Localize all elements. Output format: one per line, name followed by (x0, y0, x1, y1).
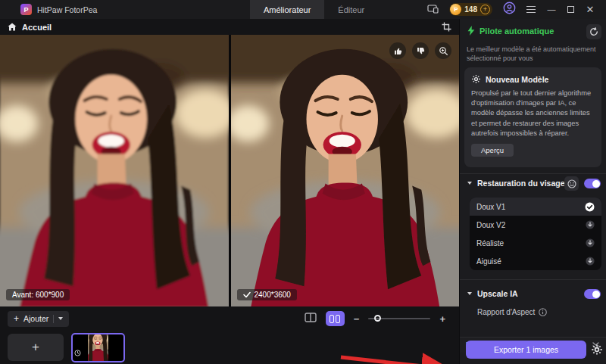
aspect-ratio-row: Rapport d'Aspect (477, 308, 547, 316)
info-icon[interactable] (539, 308, 547, 316)
before-image-panel[interactable]: Avant: 600*900 (0, 35, 229, 306)
upscale-toggle[interactable] (584, 289, 601, 299)
after-photo (231, 35, 460, 306)
add-image-label: Ajouter (23, 314, 48, 323)
credits-count: 148 (464, 5, 477, 14)
feedback-buttons (389, 42, 451, 59)
export-button[interactable]: Exporter 1 images (466, 341, 586, 359)
refresh-button[interactable] (586, 24, 601, 39)
download-icon[interactable] (586, 257, 595, 266)
coin-icon: P (450, 4, 461, 15)
divider (53, 315, 54, 323)
main-area: Accueil Avant: 600*900 (0, 19, 459, 364)
upscale-header[interactable]: Upscale IA (467, 289, 518, 298)
face-restore-toggle[interactable] (584, 179, 601, 188)
titlebar-actions: P 148 + — ✕ (427, 0, 606, 19)
device-switch-icon[interactable] (427, 3, 439, 17)
preview-button[interactable]: Aperçu (471, 144, 514, 157)
section-caret-icon[interactable] (467, 292, 472, 295)
add-file-tile[interactable]: + (8, 334, 64, 361)
after-size-badge: 2400*3600 (237, 289, 297, 300)
image-thumbnail[interactable] (71, 333, 125, 362)
maximize-button[interactable] (567, 6, 574, 13)
check-icon (243, 291, 251, 298)
chevron-down-icon[interactable] (58, 317, 63, 320)
side-by-side-view-icon[interactable] (326, 311, 345, 326)
close-button[interactable]: ✕ (585, 5, 595, 14)
autopilot-title: Pilote automatique (479, 26, 554, 36)
add-credits-icon[interactable]: + (480, 5, 490, 14)
face-preview-icon[interactable] (564, 176, 579, 191)
divider (460, 279, 606, 280)
model-option-doux-v1[interactable]: Doux V1 (470, 198, 601, 216)
model-option-aiguise[interactable]: Aiguisé (470, 252, 601, 270)
tools-row: + Ajouter − + (0, 306, 459, 331)
autopilot-header: Pilote automatique (467, 26, 554, 36)
zoom-slider[interactable] (368, 313, 430, 324)
main-tabs: Améliorateur Éditeur (250, 0, 378, 19)
new-model-description: Propulsé par le tout dernier algorithme … (471, 89, 595, 138)
thumbnail-photo (88, 334, 108, 361)
face-restore-title: Restauration du visage (477, 179, 565, 188)
app-window: P HitPaw FotorPea Améliorateur Éditeur P… (0, 0, 606, 364)
home-icon[interactable] (8, 20, 17, 34)
zoom-preview-icon[interactable] (435, 42, 451, 59)
gear-icon (471, 74, 481, 84)
thumbs-up-icon[interactable] (389, 42, 406, 59)
view-controls: − + (305, 311, 451, 326)
zoom-in-icon[interactable]: + (439, 314, 445, 324)
autopilot-description: Le meilleur modèle a été automatiquement… (467, 45, 598, 63)
upscale-title: Upscale IA (477, 289, 518, 298)
breadcrumb: Accueil (0, 19, 459, 35)
download-icon[interactable] (586, 238, 595, 247)
zoom-out-icon[interactable]: − (354, 314, 360, 324)
account-icon[interactable] (503, 2, 516, 17)
filmstrip: + (0, 331, 459, 364)
compare-canvas: Avant: 600*900 (0, 35, 459, 306)
face-model-list: Doux V1 Doux V2 Réaliste Aiguisé (470, 198, 601, 270)
app-title: HitPaw FotorPea (37, 5, 97, 14)
breadcrumb-home-label[interactable]: Accueil (22, 23, 52, 32)
lightning-icon (467, 26, 475, 36)
sidebar: Pilote automatique Le meilleur modèle a … (459, 19, 606, 364)
tab-ameliorateur[interactable]: Améliorateur (250, 0, 324, 19)
divider (460, 173, 606, 174)
section-caret-icon[interactable] (467, 182, 472, 185)
aspect-ratio-label: Rapport d'Aspect (477, 308, 535, 316)
slider-knob[interactable] (374, 315, 381, 322)
menu-icon[interactable] (526, 6, 536, 13)
model-option-doux-v2[interactable]: Doux V2 (470, 216, 601, 234)
before-size-badge: Avant: 600*900 (6, 289, 70, 300)
export-settings-gear-icon[interactable] (591, 344, 603, 359)
before-photo (0, 35, 229, 306)
download-icon[interactable] (586, 220, 595, 229)
history-icon (74, 346, 81, 359)
after-image-panel[interactable]: 2400*3600 (231, 35, 460, 306)
model-option-realiste[interactable]: Réaliste (470, 234, 601, 252)
new-model-card: Nouveau Modèle Propulsé par le tout dern… (464, 67, 601, 167)
face-restore-header[interactable]: Restauration du visage (467, 179, 565, 188)
add-image-button[interactable]: + Ajouter (8, 311, 69, 327)
selected-check-icon (585, 202, 595, 212)
new-model-header: Nouveau Modèle (471, 74, 595, 84)
app-logo-icon: P (20, 4, 32, 15)
split-view-icon[interactable] (305, 312, 317, 326)
plus-icon: + (14, 314, 19, 323)
thumbs-down-icon[interactable] (412, 42, 429, 59)
crop-icon[interactable] (442, 21, 451, 35)
minimize-button[interactable]: — (546, 5, 557, 14)
credits-pill[interactable]: P 148 + (449, 3, 492, 16)
new-model-title: Nouveau Modèle (486, 75, 548, 84)
tab-editeur[interactable]: Éditeur (324, 0, 378, 19)
titlebar: P HitPaw FotorPea Améliorateur Éditeur P… (0, 0, 606, 19)
